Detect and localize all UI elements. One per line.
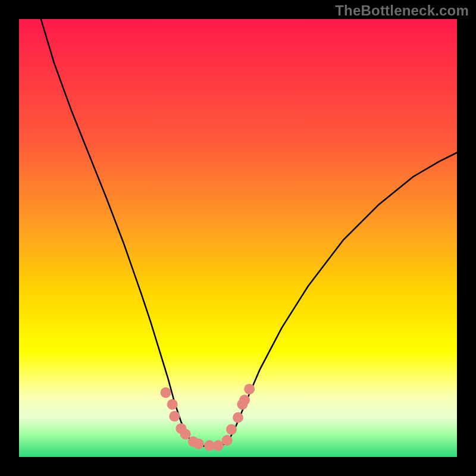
curve-layer [19, 19, 457, 457]
marker-2 [169, 411, 180, 422]
marker-10 [226, 424, 237, 435]
marker-6 [193, 439, 204, 449]
curve-right-curve [222, 152, 457, 446]
plot-area [19, 19, 457, 457]
marker-11 [233, 412, 243, 423]
marker-13 [239, 394, 250, 405]
marker-14 [244, 384, 255, 394]
marker-0 [161, 387, 171, 398]
marker-9 [222, 435, 233, 446]
marker-4 [180, 429, 191, 440]
marker-1 [167, 399, 178, 410]
curve-left-curve [41, 19, 201, 446]
watermark-text: TheBottleneck.com [335, 2, 469, 19]
chart-frame: TheBottleneck.com [0, 0, 476, 476]
